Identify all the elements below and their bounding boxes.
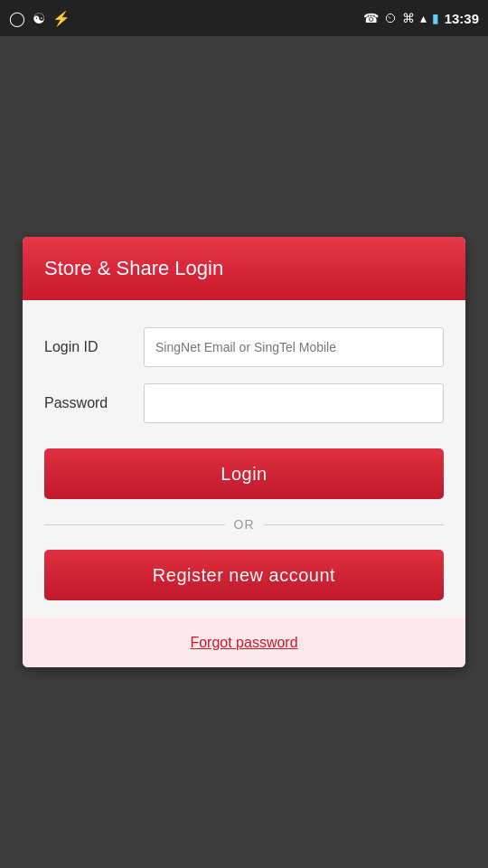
or-line-right [264,524,445,525]
login-button[interactable]: Login [44,448,444,499]
signal-icon: ▴ [420,11,427,25]
login-id-label: Login ID [44,339,144,355]
login-card: Store & Share Login Login ID Password Lo… [23,237,465,667]
login-id-input[interactable] [144,327,444,367]
status-bar: ◯ ☯ ⚡ ☎ ⏲ ⌘ ▴ ▮ 13:39 [0,0,488,36]
or-divider: OR [44,517,444,532]
usb-icon: ⚡ [52,10,70,27]
bluetooth-icon: ☎ [363,11,379,25]
card-header: Store & Share Login [23,237,465,300]
login-id-group: Login ID [44,327,444,367]
card-body: Login ID Password Login OR Register new … [23,300,465,618]
password-input[interactable] [144,383,444,423]
alarm-icon: ⏲ [384,11,397,25]
password-label: Password [44,395,144,411]
android-icon: ☯ [33,10,45,27]
wifi-icon: ⌘ [402,11,415,25]
password-group: Password [44,383,444,423]
status-bar-left: ◯ ☯ ⚡ [9,10,70,27]
register-button[interactable]: Register new account [44,550,444,600]
status-time: 13:39 [445,11,479,26]
chrome-icon: ◯ [9,10,25,27]
main-content: Store & Share Login Login ID Password Lo… [0,36,488,868]
forgot-password-link[interactable]: Forgot password [190,635,297,650]
battery-icon: ▮ [432,11,439,25]
card-title: Store & Share Login [44,257,223,279]
card-footer: Forgot password [23,618,465,667]
or-line-left [44,524,225,525]
status-bar-right: ☎ ⏲ ⌘ ▴ ▮ 13:39 [363,11,479,26]
or-text: OR [234,517,255,532]
